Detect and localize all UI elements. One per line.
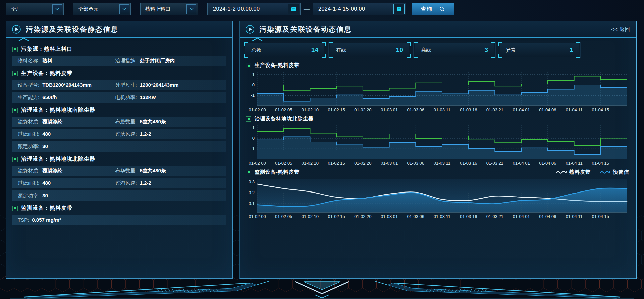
svg-text:01-04 11: 01-04 11: [566, 214, 582, 219]
start-datetime-input[interactable]: 2024-1-2 00:00:00: [207, 3, 301, 15]
field-label: TSP:: [18, 217, 29, 223]
section-header: 治理设备：熟料地坑北除尘器: [12, 156, 227, 163]
legend-item[interactable]: 预警信: [600, 169, 629, 175]
source-select-value: 熟料上料口: [145, 6, 170, 12]
chart-plot: 0.30.20.101-02 0001-02 0501-02 1001-02 1…: [245, 176, 630, 220]
chart-block-3: 监测设备-熟料皮带熟料皮带预警信0.30.20.101-02 0001-02 0…: [245, 169, 630, 220]
static-info-list: 污染源：熟料上料口物料名称:熟料治理措施:处于封闭厂房内生产设备：熟料皮带设备型…: [6, 38, 232, 231]
legend-line-icon: [556, 170, 567, 174]
info-row: 额定功率:30: [12, 141, 226, 152]
info-row: 滤袋材质:覆膜涤纶布袋数量:5室共480条: [12, 117, 226, 127]
stat-value: 10: [396, 46, 403, 54]
field-label: 布袋数量:: [115, 119, 137, 125]
end-datetime-input[interactable]: 2024-1-4 15:00:00: [313, 3, 406, 15]
chart-title-row: 治理设备料地坑北除尘器: [246, 116, 630, 122]
green-square-bullet: [12, 157, 18, 162]
green-square-bullet: [12, 71, 18, 76]
section-title: 监测设备：熟料皮带: [21, 205, 72, 212]
static-panel-header: 污染源及关联设备静态信息: [6, 21, 232, 38]
back-link[interactable]: << 返回: [611, 26, 630, 33]
stat-card-异常: 异常1: [500, 43, 579, 57]
svg-text:01-02 00: 01-02 00: [249, 107, 266, 112]
section-header: 污染源：熟料上料口: [12, 46, 227, 53]
chart-title: 监测设备-熟料皮带: [255, 169, 300, 175]
field-label: 过滤风速:: [115, 131, 137, 137]
stat-card-在线: 在线10: [330, 43, 409, 57]
svg-text:01-02 15: 01-02 15: [328, 107, 345, 112]
svg-text:01-04 15: 01-04 15: [592, 107, 609, 112]
svg-text:01-03 06: 01-03 06: [407, 214, 424, 219]
field-value: 5室共480条: [140, 119, 166, 125]
svg-text:01-03 06: 01-03 06: [407, 107, 424, 112]
chart-block-2: 治理设备料地坑北除尘器10-101-02 0001-02 0501-02 100…: [245, 116, 630, 167]
range-separator: —: [304, 6, 310, 13]
field-label: 过滤面积:: [18, 180, 39, 186]
query-button[interactable]: 查询: [412, 3, 454, 15]
legend-item[interactable]: 熟料皮带: [556, 169, 591, 175]
chevron-down-icon: [186, 4, 196, 14]
stat-label: 异常: [506, 47, 516, 53]
start-datetime-value: 2024-1-2 00:00:00: [213, 6, 260, 12]
info-row: 物料名称:熟料治理措施:处于封闭厂房内: [12, 56, 226, 66]
field-pair: 过滤风速:1.2-2: [115, 131, 212, 137]
field-value: 5室共480条: [140, 168, 166, 174]
field-pair: 布华数量:5室共480条: [115, 168, 212, 174]
svg-text:01-04 11: 01-04 11: [566, 107, 582, 112]
field-label: 布华数量:: [115, 168, 137, 174]
svg-text:01-04 06: 01-04 06: [539, 214, 556, 219]
section-title: 污染源：熟料上料口: [21, 46, 72, 53]
end-datetime-value: 2024-1-4 15:00:00: [318, 6, 365, 12]
play-icon: [245, 25, 255, 34]
info-row: 额定功率:30: [12, 190, 226, 201]
field-label: 额定功率:: [18, 143, 39, 150]
field-value: 480: [42, 131, 51, 137]
query-button-label: 查询: [421, 6, 433, 12]
green-square-bullet: [246, 170, 251, 175]
stat-label: 总数: [251, 47, 261, 53]
calendar-icon[interactable]: [288, 4, 299, 14]
plant-select[interactable]: 全厂: [6, 3, 64, 15]
field-pair: 外型尺寸:1200*204143mm: [115, 82, 212, 88]
field-value: 0.057 mg/m³: [32, 217, 61, 223]
svg-text:01-02 10: 01-02 10: [302, 107, 319, 112]
svg-text:01-04 11: 01-04 11: [566, 161, 582, 166]
svg-text:01-02 00: 01-02 00: [249, 161, 266, 166]
svg-text:01-03 11: 01-03 11: [434, 107, 450, 112]
field-pair: 布袋数量:5室共480条: [115, 119, 212, 125]
info-row: 滤袋材质:覆膜涤纶布华数量:5室共480条: [12, 166, 226, 176]
static-panel-title: 污染源及关联设备静态信息: [26, 25, 118, 34]
svg-text:01-02 05: 01-02 05: [275, 161, 292, 166]
dashboard-root: 全厂 全部单元 熟料上料口 2024-1-2 00:00:00: [0, 0, 644, 299]
play-icon: [12, 25, 21, 34]
calendar-icon[interactable]: [393, 4, 405, 14]
field-label: 物料名称:: [18, 58, 39, 64]
stat-value: 14: [311, 46, 318, 54]
svg-text:1: 1: [252, 125, 255, 130]
unit-select-value: 全部单元: [78, 6, 98, 12]
stat-value: 3: [484, 46, 488, 54]
source-select[interactable]: 熟料上料口: [140, 3, 198, 15]
chart-legend: 熟料皮带预警信: [556, 169, 630, 175]
section-header: 治理设备：熟料地坑南除尘器: [12, 106, 227, 114]
info-row: 生产能力:650t/h电机功率:132Kw: [12, 92, 226, 103]
stat-card-总数: 总数14: [245, 43, 324, 57]
dynamic-content: 总数14在线10离线3异常1 生产设备-熟料皮带10-101-02 0001-0…: [240, 38, 636, 220]
green-square-bullet: [246, 63, 251, 68]
svg-text:0: 0: [252, 82, 255, 87]
bullet-inner: [14, 207, 16, 209]
svg-text:01-04 06: 01-04 06: [539, 107, 556, 112]
field-value: 30: [42, 143, 48, 149]
dynamic-panel-header: 污染源及关联设备动态信息 << 返回: [240, 21, 636, 38]
field-pair: 滤袋材质:覆膜涤纶: [18, 119, 115, 125]
section-header: 监测设备：熟料皮带: [12, 205, 227, 212]
field-value: 30: [42, 193, 48, 198]
legend-label: 预警信: [613, 169, 629, 175]
bullet-inner: [248, 65, 250, 67]
dynamic-panel-title: 污染源及关联设备动态信息: [259, 25, 352, 34]
svg-text:01-03 21: 01-03 21: [486, 214, 503, 219]
svg-text:01-04 01: 01-04 01: [513, 107, 530, 112]
chart-title: 生产设备-熟料皮带: [255, 62, 300, 69]
unit-select[interactable]: 全部单元: [73, 3, 131, 15]
field-value: 覆膜涤纶: [42, 168, 62, 174]
field-label: 生产能力:: [18, 94, 39, 101]
